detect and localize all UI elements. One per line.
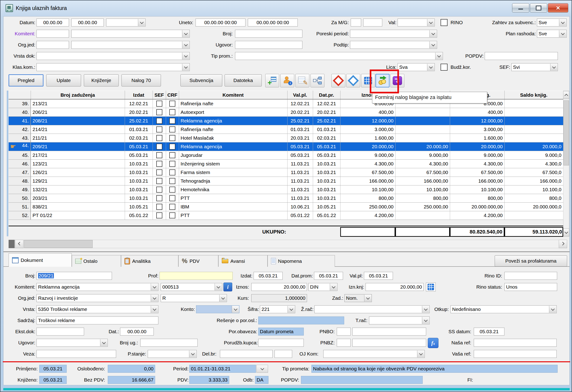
sef-checkbox[interactable] xyxy=(153,168,166,177)
crf-checkbox[interactable] xyxy=(169,118,175,124)
table-row[interactable]: 49.132/2110.03.21Hemotehnika11.03.2110.0… xyxy=(9,185,563,194)
budz-kor-checkbox[interactable] xyxy=(441,64,447,71)
pnbz-input[interactable] xyxy=(352,339,426,347)
crf-checkbox[interactable] xyxy=(169,169,175,175)
sifra-dropdown[interactable]: 221 xyxy=(260,305,295,313)
col-saldo-knjig[interactable]: Saldo knjig. xyxy=(504,91,563,99)
close-button[interactable]: × xyxy=(548,3,568,13)
iznos-input[interactable]: 20.000,00 xyxy=(251,283,307,291)
sef-checkbox[interactable] xyxy=(156,101,162,107)
table-row[interactable]: 42.214/2101.03.21Rafinerija nafte01.03.2… xyxy=(9,125,563,134)
calculator-button[interactable] xyxy=(426,283,436,291)
crf-checkbox[interactable] xyxy=(169,144,175,150)
ugovor-filter-input[interactable] xyxy=(235,41,302,49)
table-row[interactable]: 47.126/2110.03.21Farma sistem11.03.2110.… xyxy=(9,168,563,177)
tab-avansi[interactable]: Avansi xyxy=(218,255,268,267)
crf-checkbox[interactable] xyxy=(166,168,179,177)
rino-status-input[interactable]: Unos xyxy=(504,283,557,291)
col-sef[interactable]: SEF xyxy=(153,91,166,99)
resenje-input[interactable] xyxy=(258,316,344,324)
crf-checkbox[interactable] xyxy=(169,204,175,210)
sadrzaj-input[interactable]: Troškovi reklame xyxy=(36,316,159,324)
sef-checkbox[interactable] xyxy=(156,204,162,210)
izn-knj-input[interactable]: 20.000,00 xyxy=(365,283,424,291)
scroll-right-button[interactable] xyxy=(559,240,567,248)
pnbo-code-input[interactable] xyxy=(337,328,351,336)
za-g-input[interactable] xyxy=(363,18,382,27)
crf-checkbox[interactable] xyxy=(166,177,179,185)
table-row[interactable]: 45.217/2105.03.21Jugorudar05.03.2105.03.… xyxy=(9,151,563,160)
scroll-down-button[interactable] xyxy=(563,229,569,236)
fx-button[interactable]: fx xyxy=(428,338,438,348)
table-row[interactable]: 40.206/2120.02.21Autoexport20.02.2120.02… xyxy=(9,108,563,117)
crf-checkbox[interactable] xyxy=(169,152,175,158)
crf-checkbox[interactable] xyxy=(166,194,179,203)
orgjed-name-dropdown[interactable]: Razvoj i investicije xyxy=(36,294,159,302)
col-dat-pr[interactable]: Dat.pr. xyxy=(313,91,340,99)
crf-checkbox[interactable] xyxy=(166,142,179,151)
datoteka-button[interactable]: Datoteka xyxy=(224,74,262,86)
table-row[interactable]: 50.203/2110.03.21PTT11.03.2110.03.21800,… xyxy=(9,194,563,203)
sef-checkbox[interactable] xyxy=(153,203,166,211)
col-komitent[interactable]: Komitent xyxy=(179,91,287,99)
crf-checkbox[interactable] xyxy=(169,126,175,132)
sef-checkbox[interactable] xyxy=(156,161,162,167)
crf-checkbox[interactable] xyxy=(169,101,175,107)
sef-checkbox[interactable] xyxy=(153,177,166,185)
crf-checkbox[interactable] xyxy=(166,108,179,117)
podtip-dropdown[interactable] xyxy=(350,41,437,49)
dat-input[interactable]: 00.00.00 xyxy=(120,328,154,336)
por-obaveza-input[interactable]: Datum prometa xyxy=(258,328,304,336)
crf-checkbox[interactable] xyxy=(169,212,175,218)
table-row[interactable]: 41.208/2125.02.21Reklamna agencija25.02.… xyxy=(9,117,563,125)
porudzb-input[interactable] xyxy=(258,339,304,347)
sef-checkbox[interactable] xyxy=(156,118,162,124)
p-stanje-dropdown[interactable] xyxy=(148,350,197,358)
pnbo-input[interactable] xyxy=(352,328,426,336)
sef-checkbox[interactable] xyxy=(153,108,166,117)
table-row[interactable]: 48.129/2110.03.21Tehnogradnja11.03.2110.… xyxy=(9,177,563,185)
datum-preset-dropdown[interactable] xyxy=(106,18,146,27)
trac-dropdown[interactable] xyxy=(369,316,430,324)
sef-checkbox[interactable] xyxy=(153,142,166,151)
orgjed-code-dropdown[interactable]: R xyxy=(161,294,227,302)
del-br-input2[interactable] xyxy=(274,350,292,358)
sef-checkbox[interactable] xyxy=(153,125,166,134)
izdat-input[interactable]: 05.03.21 xyxy=(254,272,283,280)
sef-checkbox[interactable] xyxy=(156,169,162,175)
tip-prom-dropdown[interactable] xyxy=(235,52,443,60)
crf-checkbox[interactable] xyxy=(166,125,179,134)
sef-checkbox[interactable] xyxy=(156,109,162,115)
scroll-up-button[interactable] xyxy=(563,91,569,99)
ekst-dok-input[interactable] xyxy=(36,328,84,336)
sef-checkbox[interactable] xyxy=(153,99,166,108)
veza-input[interactable] xyxy=(36,350,116,358)
sef-checkbox[interactable] xyxy=(156,212,162,218)
col-val-pl[interactable]: Val.pl. xyxy=(287,91,313,99)
crf-checkbox[interactable] xyxy=(169,109,175,115)
nasa-ref-input[interactable] xyxy=(474,339,557,347)
tab-napomena[interactable]: Napomena xyxy=(268,255,335,267)
col-izdat[interactable]: Izdat xyxy=(125,91,153,99)
table-row[interactable]: 52.PT 01/2205.01.22PTT05.01.2205.01.224.… xyxy=(9,211,563,220)
crf-checkbox[interactable] xyxy=(169,195,175,201)
dat-prom-input[interactable]: 05.03.21 xyxy=(314,272,343,280)
table-hscroll-thumb[interactable] xyxy=(24,240,93,248)
broj-ug-input[interactable] xyxy=(140,339,198,347)
zrac-dropdown[interactable] xyxy=(315,305,430,313)
sef-checkbox[interactable] xyxy=(153,160,166,168)
komitent-name-dropdown[interactable]: Reklamna agencija xyxy=(36,283,159,291)
crf-checkbox[interactable] xyxy=(166,99,179,108)
sef-checkbox[interactable] xyxy=(156,144,162,150)
crf-checkbox[interactable] xyxy=(169,161,175,167)
crf-checkbox[interactable] xyxy=(166,185,179,194)
crf-checkbox[interactable] xyxy=(169,187,175,193)
del-br-input[interactable] xyxy=(220,350,273,358)
sef-checkbox[interactable] xyxy=(153,185,166,194)
ss-datum-input[interactable]: 05.03.21 xyxy=(474,328,504,336)
komitent-code-input[interactable] xyxy=(36,30,69,38)
col-crf[interactable]: CRF xyxy=(166,91,179,99)
oj-kom-dropdown[interactable] xyxy=(323,350,425,358)
table-vscroll-thumb[interactable] xyxy=(563,100,569,165)
zad-dropdown[interactable]: Nom. xyxy=(344,294,372,302)
